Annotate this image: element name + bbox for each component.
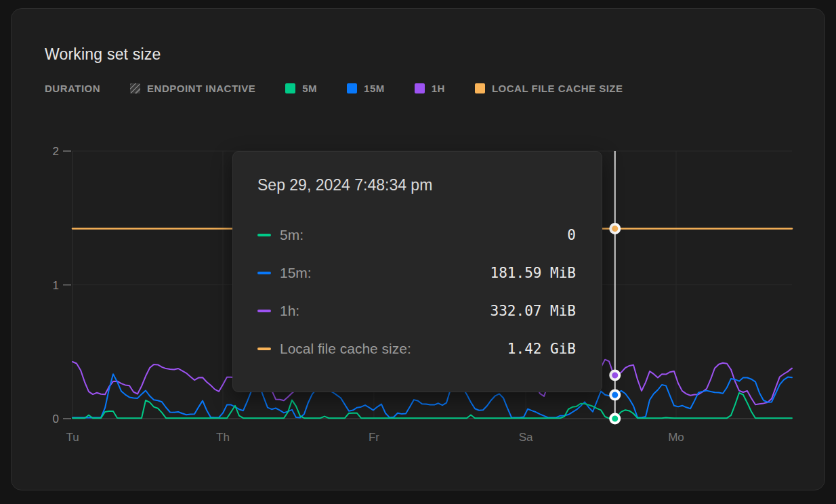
tooltip-timestamp: Sep 29, 2024 7:48:34 pm	[257, 176, 432, 194]
x-tick-label: Tu	[66, 431, 79, 444]
tooltip-row-value: 1.42 GiB	[507, 341, 576, 357]
series-dash-1h-icon	[257, 310, 271, 312]
tooltip-row-value: 181.59 MiB	[490, 265, 576, 281]
tooltip-row-15m: 15m: 181.59 MiB	[233, 254, 602, 292]
tooltip-row-label: 1h:	[280, 303, 299, 319]
tooltip-rows: 5m: 0 15m: 181.59 MiB 1h: 332.07 MiB Loc…	[233, 216, 602, 368]
x-tick-label: Sa	[519, 431, 533, 444]
tooltip-row-1h: 1h: 332.07 MiB	[233, 292, 602, 330]
working-set-size-card: Working set size DURATION ENDPOINT INACT…	[11, 8, 825, 490]
tooltip-row-label: Local file cache size:	[280, 341, 411, 357]
chart-hover-tooltip: Sep 29, 2024 7:48:34 pm 5m: 0 15m: 181.5…	[232, 151, 602, 392]
tooltip-row-value: 0	[567, 227, 576, 243]
tooltip-row-value: 332.07 MiB	[490, 303, 576, 319]
cursor-dot-15m	[610, 391, 619, 400]
cursor-dot-5m	[610, 415, 619, 423]
y-tick-label: 2	[53, 145, 59, 158]
x-tick-label: Th	[216, 431, 230, 444]
y-tick-label: 0	[53, 413, 59, 425]
tooltip-row-5m: 5m: 0	[233, 216, 602, 254]
tooltip-row-label: 15m:	[280, 265, 312, 281]
cursor-dot-1h	[610, 371, 619, 380]
cursor-dot-local_file_cache_size	[610, 224, 619, 233]
tooltip-row-local-file-cache-size: Local file cache size: 1.42 GiB	[233, 330, 602, 368]
series-dash-5m-icon	[257, 234, 271, 236]
y-tick-label: 1	[53, 279, 59, 292]
series-dash-local-file-cache-size-icon	[257, 348, 271, 350]
x-tick-label: Fr	[369, 431, 379, 444]
series-dash-15m-icon	[257, 272, 271, 274]
tooltip-row-label: 5m:	[280, 227, 304, 243]
x-tick-label: Mo	[668, 431, 684, 444]
